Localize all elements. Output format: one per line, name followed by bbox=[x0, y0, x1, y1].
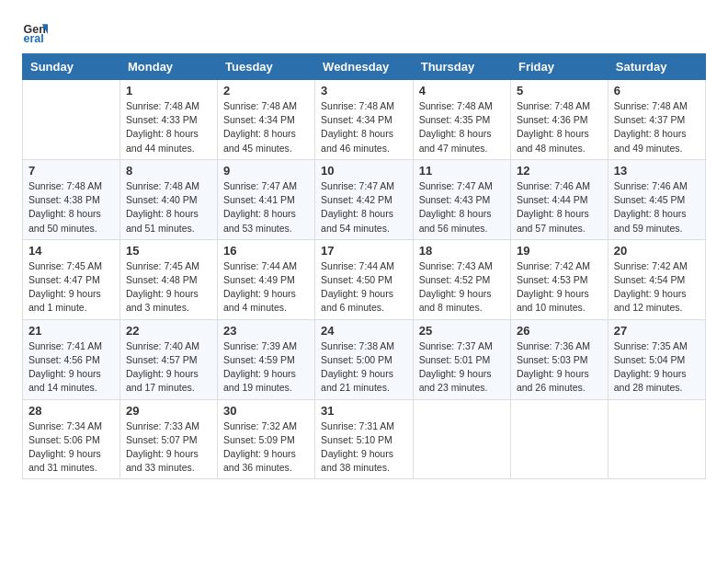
day-info: Sunrise: 7:45 AM Sunset: 4:47 PM Dayligh… bbox=[28, 259, 114, 316]
week-row-1: 7Sunrise: 7:48 AM Sunset: 4:38 PM Daylig… bbox=[23, 159, 706, 239]
day-number: 4 bbox=[419, 84, 505, 98]
day-info: Sunrise: 7:32 AM Sunset: 5:09 PM Dayligh… bbox=[223, 419, 309, 476]
day-cell: 14Sunrise: 7:45 AM Sunset: 4:47 PM Dayli… bbox=[23, 239, 120, 319]
header-cell-tuesday: Tuesday bbox=[218, 54, 315, 80]
day-cell bbox=[510, 399, 608, 479]
day-number: 13 bbox=[614, 164, 700, 178]
header-cell-saturday: Saturday bbox=[608, 54, 705, 80]
day-number: 8 bbox=[126, 164, 211, 178]
day-info: Sunrise: 7:48 AM Sunset: 4:33 PM Dayligh… bbox=[126, 99, 211, 155]
day-cell: 5Sunrise: 7:48 AM Sunset: 4:36 PM Daylig… bbox=[510, 80, 608, 160]
day-cell: 11Sunrise: 7:47 AM Sunset: 4:43 PM Dayli… bbox=[413, 159, 510, 239]
day-cell: 24Sunrise: 7:38 AM Sunset: 5:00 PM Dayli… bbox=[315, 319, 414, 399]
day-number: 15 bbox=[126, 244, 211, 258]
day-number: 6 bbox=[614, 84, 700, 98]
day-number: 25 bbox=[419, 324, 505, 338]
day-info: Sunrise: 7:48 AM Sunset: 4:35 PM Dayligh… bbox=[419, 99, 505, 155]
day-cell: 20Sunrise: 7:42 AM Sunset: 4:54 PM Dayli… bbox=[608, 239, 705, 319]
week-row-3: 21Sunrise: 7:41 AM Sunset: 4:56 PM Dayli… bbox=[23, 319, 706, 399]
day-number: 17 bbox=[321, 244, 407, 258]
day-cell bbox=[608, 399, 705, 479]
calendar-table: SundayMondayTuesdayWednesdayThursdayFrid… bbox=[22, 53, 706, 479]
day-info: Sunrise: 7:46 AM Sunset: 4:45 PM Dayligh… bbox=[614, 179, 700, 236]
day-number: 7 bbox=[28, 164, 114, 178]
header-cell-thursday: Thursday bbox=[413, 54, 510, 80]
day-number: 24 bbox=[321, 324, 407, 338]
day-info: Sunrise: 7:48 AM Sunset: 4:34 PM Dayligh… bbox=[321, 99, 407, 155]
day-cell: 30Sunrise: 7:32 AM Sunset: 5:09 PM Dayli… bbox=[218, 399, 315, 479]
day-number: 11 bbox=[419, 164, 505, 178]
day-info: Sunrise: 7:34 AM Sunset: 5:06 PM Dayligh… bbox=[28, 419, 114, 476]
day-cell: 3Sunrise: 7:48 AM Sunset: 4:34 PM Daylig… bbox=[315, 80, 414, 160]
day-number: 31 bbox=[321, 404, 407, 418]
day-info: Sunrise: 7:31 AM Sunset: 5:10 PM Dayligh… bbox=[321, 419, 407, 476]
day-info: Sunrise: 7:46 AM Sunset: 4:44 PM Dayligh… bbox=[517, 179, 602, 236]
day-cell: 21Sunrise: 7:41 AM Sunset: 4:56 PM Dayli… bbox=[23, 319, 120, 399]
day-cell: 28Sunrise: 7:34 AM Sunset: 5:06 PM Dayli… bbox=[23, 399, 120, 479]
calendar-header: SundayMondayTuesdayWednesdayThursdayFrid… bbox=[23, 54, 706, 80]
day-cell: 12Sunrise: 7:46 AM Sunset: 4:44 PM Dayli… bbox=[510, 159, 608, 239]
day-cell: 16Sunrise: 7:44 AM Sunset: 4:49 PM Dayli… bbox=[218, 239, 315, 319]
day-info: Sunrise: 7:40 AM Sunset: 4:57 PM Dayligh… bbox=[126, 339, 211, 396]
day-number: 20 bbox=[614, 244, 700, 258]
logo: Gen eral bbox=[22, 18, 51, 44]
day-info: Sunrise: 7:48 AM Sunset: 4:38 PM Dayligh… bbox=[28, 179, 114, 236]
day-number: 12 bbox=[517, 164, 602, 178]
day-number: 10 bbox=[321, 164, 407, 178]
day-cell: 17Sunrise: 7:44 AM Sunset: 4:50 PM Dayli… bbox=[315, 239, 414, 319]
day-info: Sunrise: 7:47 AM Sunset: 4:43 PM Dayligh… bbox=[419, 179, 505, 236]
page-header: Gen eral bbox=[22, 18, 706, 44]
header-cell-sunday: Sunday bbox=[23, 54, 120, 80]
day-info: Sunrise: 7:47 AM Sunset: 4:41 PM Dayligh… bbox=[223, 179, 309, 236]
day-info: Sunrise: 7:38 AM Sunset: 5:00 PM Dayligh… bbox=[321, 339, 407, 396]
day-info: Sunrise: 7:41 AM Sunset: 4:56 PM Dayligh… bbox=[28, 339, 114, 396]
day-number: 22 bbox=[126, 324, 211, 338]
day-cell: 2Sunrise: 7:48 AM Sunset: 4:34 PM Daylig… bbox=[218, 80, 315, 160]
day-cell: 8Sunrise: 7:48 AM Sunset: 4:40 PM Daylig… bbox=[119, 159, 217, 239]
header-row: SundayMondayTuesdayWednesdayThursdayFrid… bbox=[23, 54, 706, 80]
day-cell: 4Sunrise: 7:48 AM Sunset: 4:35 PM Daylig… bbox=[413, 80, 510, 160]
day-info: Sunrise: 7:43 AM Sunset: 4:52 PM Dayligh… bbox=[419, 259, 505, 316]
day-cell: 22Sunrise: 7:40 AM Sunset: 4:57 PM Dayli… bbox=[119, 319, 217, 399]
header-cell-friday: Friday bbox=[510, 54, 608, 80]
day-info: Sunrise: 7:48 AM Sunset: 4:37 PM Dayligh… bbox=[614, 99, 700, 155]
day-cell: 15Sunrise: 7:45 AM Sunset: 4:48 PM Dayli… bbox=[119, 239, 217, 319]
day-number: 9 bbox=[223, 164, 309, 178]
day-info: Sunrise: 7:33 AM Sunset: 5:07 PM Dayligh… bbox=[126, 419, 211, 476]
day-number: 5 bbox=[517, 84, 602, 98]
day-info: Sunrise: 7:48 AM Sunset: 4:36 PM Dayligh… bbox=[517, 99, 602, 155]
day-number: 16 bbox=[223, 244, 309, 258]
day-cell bbox=[413, 399, 510, 479]
day-cell: 31Sunrise: 7:31 AM Sunset: 5:10 PM Dayli… bbox=[315, 399, 414, 479]
day-info: Sunrise: 7:45 AM Sunset: 4:48 PM Dayligh… bbox=[126, 259, 211, 316]
day-info: Sunrise: 7:44 AM Sunset: 4:49 PM Dayligh… bbox=[223, 259, 309, 316]
day-info: Sunrise: 7:36 AM Sunset: 5:03 PM Dayligh… bbox=[517, 339, 602, 396]
day-info: Sunrise: 7:44 AM Sunset: 4:50 PM Dayligh… bbox=[321, 259, 407, 316]
day-number: 3 bbox=[321, 84, 407, 98]
day-cell: 25Sunrise: 7:37 AM Sunset: 5:01 PM Dayli… bbox=[413, 319, 510, 399]
day-cell: 26Sunrise: 7:36 AM Sunset: 5:03 PM Dayli… bbox=[510, 319, 608, 399]
day-number: 29 bbox=[126, 404, 211, 418]
day-cell: 7Sunrise: 7:48 AM Sunset: 4:38 PM Daylig… bbox=[23, 159, 120, 239]
day-info: Sunrise: 7:39 AM Sunset: 4:59 PM Dayligh… bbox=[223, 339, 309, 396]
header-cell-wednesday: Wednesday bbox=[315, 54, 414, 80]
day-cell bbox=[23, 80, 120, 160]
svg-text:eral: eral bbox=[24, 32, 44, 44]
day-number: 23 bbox=[223, 324, 309, 338]
day-number: 21 bbox=[28, 324, 114, 338]
week-row-2: 14Sunrise: 7:45 AM Sunset: 4:47 PM Dayli… bbox=[23, 239, 706, 319]
week-row-4: 28Sunrise: 7:34 AM Sunset: 5:06 PM Dayli… bbox=[23, 399, 706, 479]
day-number: 18 bbox=[419, 244, 505, 258]
day-info: Sunrise: 7:48 AM Sunset: 4:40 PM Dayligh… bbox=[126, 179, 211, 236]
day-cell: 18Sunrise: 7:43 AM Sunset: 4:52 PM Dayli… bbox=[413, 239, 510, 319]
day-cell: 19Sunrise: 7:42 AM Sunset: 4:53 PM Dayli… bbox=[510, 239, 608, 319]
week-row-0: 1Sunrise: 7:48 AM Sunset: 4:33 PM Daylig… bbox=[23, 80, 706, 160]
day-number: 26 bbox=[517, 324, 602, 338]
day-info: Sunrise: 7:47 AM Sunset: 4:42 PM Dayligh… bbox=[321, 179, 407, 236]
day-number: 2 bbox=[223, 84, 309, 98]
day-cell: 9Sunrise: 7:47 AM Sunset: 4:41 PM Daylig… bbox=[218, 159, 315, 239]
day-number: 30 bbox=[223, 404, 309, 418]
day-info: Sunrise: 7:42 AM Sunset: 4:54 PM Dayligh… bbox=[614, 259, 700, 316]
header-cell-monday: Monday bbox=[119, 54, 217, 80]
day-cell: 29Sunrise: 7:33 AM Sunset: 5:07 PM Dayli… bbox=[119, 399, 217, 479]
